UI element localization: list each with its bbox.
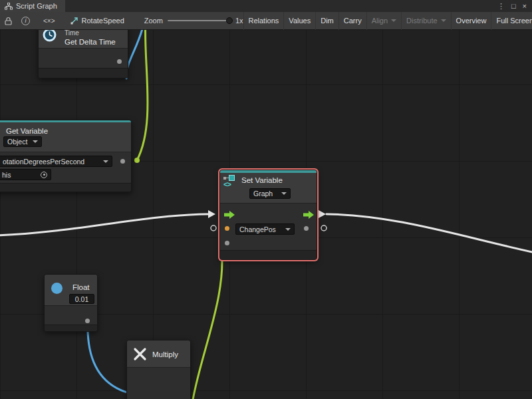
control-out-arrow-icon[interactable] — [303, 211, 314, 219]
flow-arrowhead-out[interactable] — [319, 210, 326, 218]
clock-icon — [42, 30, 57, 43]
name-in-port[interactable] — [225, 226, 229, 231]
script-graph-icon — [5, 3, 13, 10]
graph-name: RotateSpeed — [82, 17, 124, 25]
wire-white-control-out[interactable] — [327, 214, 532, 253]
caret-down-icon — [391, 19, 396, 22]
dim-button[interactable]: Dim — [315, 12, 338, 30]
lock-icon[interactable] — [0, 12, 17, 30]
tab-bar-spacer — [65, 0, 497, 12]
port-ring-left[interactable] — [211, 225, 216, 231]
tab-title: Script Graph — [16, 2, 57, 10]
control-in-arrow-icon[interactable] — [224, 211, 235, 219]
distribute-button: Distribute — [401, 12, 450, 30]
wire-blue-float[interactable] — [88, 321, 129, 393]
node-title: Multiply — [152, 350, 178, 358]
object-target-field[interactable]: his — [0, 169, 51, 180]
fullscreen-button[interactable]: Full Screen — [491, 12, 532, 30]
align-button: Align — [366, 12, 401, 30]
caret-down-icon — [33, 140, 38, 143]
caret-down-icon — [281, 192, 287, 195]
graph-asset-icon — [70, 17, 78, 25]
maximize-icon[interactable]: □ — [511, 2, 516, 10]
green-connection-dot[interactable] — [134, 158, 140, 163]
node-float[interactable]: Float 0.01 — [44, 274, 98, 332]
values-button[interactable]: Values — [283, 12, 315, 30]
relations-button[interactable]: Relations — [243, 12, 284, 30]
node-footer — [220, 250, 317, 260]
wire-blue-time[interactable] — [126, 30, 145, 78]
float-icon — [51, 283, 63, 294]
wire-white-control-in[interactable] — [0, 214, 208, 235]
multiply-icon — [132, 346, 148, 362]
info-icon[interactable]: i — [17, 12, 35, 30]
code-icon[interactable]: <×> — [39, 12, 60, 30]
flow-arrowhead-in[interactable] — [208, 210, 215, 218]
tab-script-graph[interactable]: Script Graph — [0, 0, 65, 12]
wire-green-variable[interactable] — [137, 30, 148, 160]
graph-reference[interactable]: RotateSpeed — [70, 17, 124, 25]
node-title: Float — [72, 283, 90, 291]
node-footer — [45, 325, 97, 332]
node-get-delta-time[interactable]: Time Get Delta Time — [38, 30, 128, 78]
float-value-input[interactable]: 0.01 — [69, 294, 94, 304]
value-in-port[interactable] — [225, 241, 229, 245]
node-footer — [0, 183, 131, 192]
overview-button[interactable]: Overview — [451, 12, 491, 30]
value-out-port[interactable] — [304, 226, 309, 231]
node-body — [39, 49, 128, 68]
zoom-slider[interactable] — [168, 16, 231, 25]
node-title: Set Variable — [241, 176, 283, 184]
node-get-variable[interactable]: Get Variable Object otationDegreesPerSec… — [0, 120, 132, 192]
value-out-port[interactable] — [120, 159, 125, 164]
variable-select-dropdown[interactable]: ChangePos — [235, 223, 295, 235]
node-body — [127, 368, 190, 399]
code-brackets-icon: <> — [223, 180, 231, 188]
port-ring-right[interactable] — [321, 225, 327, 231]
object-picker-icon[interactable] — [41, 172, 47, 178]
menu-icon[interactable]: ⋮ — [497, 2, 505, 11]
carry-button[interactable]: Carry — [338, 12, 366, 30]
value-out-port[interactable] — [85, 319, 90, 323]
node-set-variable[interactable]: <> Set Variable Graph ChangePos — [219, 170, 317, 260]
variable-kind-dropdown[interactable]: Graph — [249, 188, 291, 199]
node-subtitle: Time — [65, 30, 79, 37]
variable-name-dropdown[interactable]: otationDegreesPerSecond — [0, 156, 112, 167]
zoom-slider-handle[interactable] — [226, 17, 233, 24]
variable-kind-dropdown[interactable]: Object — [3, 136, 42, 147]
value-out-port[interactable] — [117, 59, 122, 64]
unity-editor-window: Script Graph ⋮ □ × i <×> — [0, 0, 532, 399]
caret-down-icon — [285, 228, 291, 231]
caret-down-icon — [103, 160, 108, 163]
node-title: Get Delta Time — [65, 38, 116, 46]
graph-toolbar: i <×> RotateSpeed Zoom 1x Relations Valu… — [0, 12, 532, 30]
graph-canvas[interactable]: Time Get Delta Time Get Variable Object … — [0, 30, 532, 399]
close-icon[interactable]: × — [523, 2, 527, 10]
node-title: Get Variable — [6, 127, 48, 135]
node-multiply[interactable]: Multiply A A × B B — [126, 340, 191, 399]
caret-down-icon — [441, 19, 446, 22]
zoom-slider-track[interactable] — [168, 20, 231, 21]
zoom-value: 1x — [235, 17, 243, 25]
tab-bar: Script Graph ⋮ □ × — [0, 0, 532, 12]
zoom-label: Zoom — [144, 17, 163, 25]
wire-green-multiply[interactable] — [192, 243, 222, 399]
node-footer — [39, 68, 128, 78]
